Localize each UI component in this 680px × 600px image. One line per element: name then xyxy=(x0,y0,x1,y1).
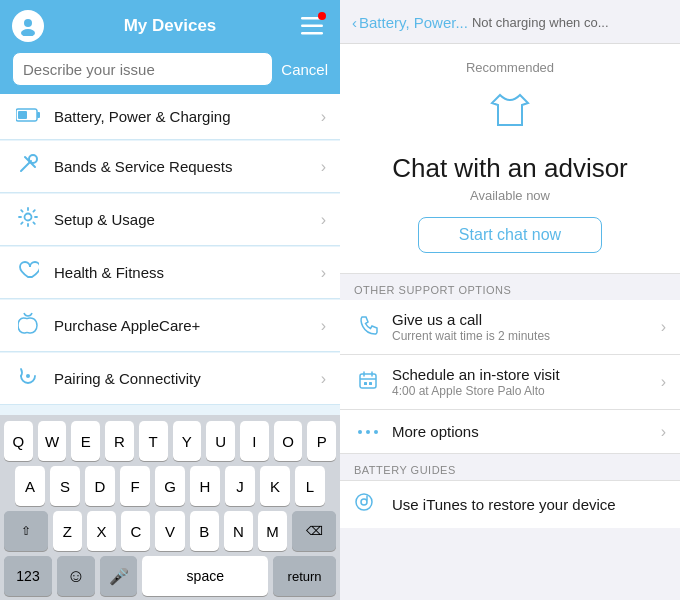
keyboard-row-1: Q W E R T Y U I O P xyxy=(4,421,336,461)
support-item-more[interactable]: More options › xyxy=(340,410,680,454)
search-bar: Cancel xyxy=(0,48,340,94)
key-i[interactable]: I xyxy=(240,421,269,461)
key-emoji[interactable]: ☺ xyxy=(57,556,95,596)
support-list: Give us a call Current wait time is 2 mi… xyxy=(340,300,680,454)
key-return[interactable]: return xyxy=(273,556,336,596)
chevron-icon: › xyxy=(661,373,666,391)
key-r[interactable]: R xyxy=(105,421,134,461)
svg-rect-18 xyxy=(369,382,372,385)
key-u[interactable]: U xyxy=(206,421,235,461)
svg-rect-3 xyxy=(301,25,323,28)
key-o[interactable]: O xyxy=(274,421,303,461)
key-c[interactable]: C xyxy=(121,511,150,551)
chevron-icon: › xyxy=(661,318,666,336)
svg-rect-6 xyxy=(37,112,40,118)
keyboard-row-bottom: 123 ☺ 🎤 space return xyxy=(4,556,336,596)
menu-item-pairing-label: Pairing & Connectivity xyxy=(54,370,321,387)
itunes-icon xyxy=(354,492,382,517)
key-d[interactable]: D xyxy=(85,466,115,506)
key-space[interactable]: space xyxy=(142,556,268,596)
menu-item-health-label: Health & Fitness xyxy=(54,264,321,281)
avatar-icon[interactable] xyxy=(12,10,44,42)
calendar-icon xyxy=(354,370,382,395)
svg-rect-17 xyxy=(364,382,367,385)
support-item-store[interactable]: Schedule an in-store visit 4:00 at Apple… xyxy=(340,355,680,410)
menu-item-pairing[interactable]: Pairing & Connectivity › xyxy=(0,353,340,405)
available-label: Available now xyxy=(470,188,550,203)
back-chevron-icon: ‹ xyxy=(352,14,357,31)
menu-item-setup-label: Setup & Usage xyxy=(54,211,321,228)
menu-icon[interactable] xyxy=(296,10,328,42)
svg-point-20 xyxy=(366,430,370,434)
battery-guide-item[interactable]: Use iTunes to restore your device xyxy=(340,480,680,528)
svg-point-11 xyxy=(25,214,32,221)
key-n[interactable]: N xyxy=(224,511,253,551)
phone-icon xyxy=(354,315,382,340)
key-y[interactable]: Y xyxy=(173,421,202,461)
key-m[interactable]: M xyxy=(258,511,287,551)
keyboard-row-2: A S D F G H J K L xyxy=(4,466,336,506)
gear-icon xyxy=(14,206,42,233)
key-mic[interactable]: 🎤 xyxy=(100,556,138,596)
chevron-icon: › xyxy=(661,423,666,441)
right-header: ‹ Battery, Power... Not charging when co… xyxy=(340,0,680,44)
store-text: Schedule an in-store visit 4:00 at Apple… xyxy=(392,366,661,398)
key-e[interactable]: E xyxy=(71,421,100,461)
left-header-title: My Devices xyxy=(44,16,296,36)
back-button[interactable]: ‹ Battery, Power... xyxy=(352,14,468,31)
key-w[interactable]: W xyxy=(38,421,67,461)
call-text: Give us a call Current wait time is 2 mi… xyxy=(392,311,661,343)
itunes-label: Use iTunes to restore your device xyxy=(392,496,616,513)
key-a[interactable]: A xyxy=(15,466,45,506)
key-l[interactable]: L xyxy=(295,466,325,506)
key-g[interactable]: G xyxy=(155,466,185,506)
battery-icon xyxy=(14,106,42,127)
menu-item-battery[interactable]: Battery, Power & Charging › xyxy=(0,94,340,140)
store-subtitle: 4:00 at Apple Store Palo Alto xyxy=(392,384,661,398)
support-item-call[interactable]: Give us a call Current wait time is 2 mi… xyxy=(340,300,680,355)
keyboard: Q W E R T Y U I O P A S D F G H J K L ⇧ … xyxy=(0,415,340,600)
left-panel: My Devices Cancel Battery, Power xyxy=(0,0,340,600)
key-f[interactable]: F xyxy=(120,466,150,506)
store-title: Schedule an in-store visit xyxy=(392,366,661,383)
key-s[interactable]: S xyxy=(50,466,80,506)
apple-icon xyxy=(14,312,42,339)
chevron-icon: › xyxy=(321,317,326,335)
other-options-header: OTHER SUPPORT OPTIONS xyxy=(340,274,680,300)
svg-point-0 xyxy=(24,19,32,27)
search-input[interactable] xyxy=(12,52,273,86)
menu-item-setup[interactable]: Setup & Usage › xyxy=(0,194,340,246)
key-x[interactable]: X xyxy=(87,511,116,551)
menu-item-applecare[interactable]: Purchase AppleCare+ › xyxy=(0,300,340,352)
recommended-section: Recommended Chat with an advisor Availab… xyxy=(340,44,680,274)
menu-item-bands[interactable]: Bands & Service Requests › xyxy=(0,141,340,193)
right-header-title: Not charging when co... xyxy=(472,15,668,30)
key-z[interactable]: Z xyxy=(53,511,82,551)
start-chat-button[interactable]: Start chat now xyxy=(418,217,602,253)
recommended-label: Recommended xyxy=(466,60,554,75)
chevron-icon: › xyxy=(321,264,326,282)
heart-icon xyxy=(14,259,42,286)
wrench-icon xyxy=(14,153,42,180)
key-p[interactable]: P xyxy=(307,421,336,461)
svg-point-23 xyxy=(361,499,367,505)
menu-item-health[interactable]: Health & Fitness › xyxy=(0,247,340,299)
more-dots-icon xyxy=(354,421,382,442)
key-k[interactable]: K xyxy=(260,466,290,506)
key-h[interactable]: H xyxy=(190,466,220,506)
key-backspace[interactable]: ⌫ xyxy=(292,511,336,551)
chevron-icon: › xyxy=(321,158,326,176)
menu-list: Battery, Power & Charging › Bands & Serv… xyxy=(0,94,340,415)
svg-rect-13 xyxy=(360,374,376,388)
key-v[interactable]: V xyxy=(155,511,184,551)
key-q[interactable]: Q xyxy=(4,421,33,461)
key-b[interactable]: B xyxy=(190,511,219,551)
cancel-button[interactable]: Cancel xyxy=(281,61,328,78)
key-shift[interactable]: ⇧ xyxy=(4,511,48,551)
key-t[interactable]: T xyxy=(139,421,168,461)
advisor-icon xyxy=(484,87,536,143)
key-numbers[interactable]: 123 xyxy=(4,556,52,596)
svg-point-19 xyxy=(358,430,362,434)
key-j[interactable]: J xyxy=(225,466,255,506)
menu-item-bands-label: Bands & Service Requests xyxy=(54,158,321,175)
